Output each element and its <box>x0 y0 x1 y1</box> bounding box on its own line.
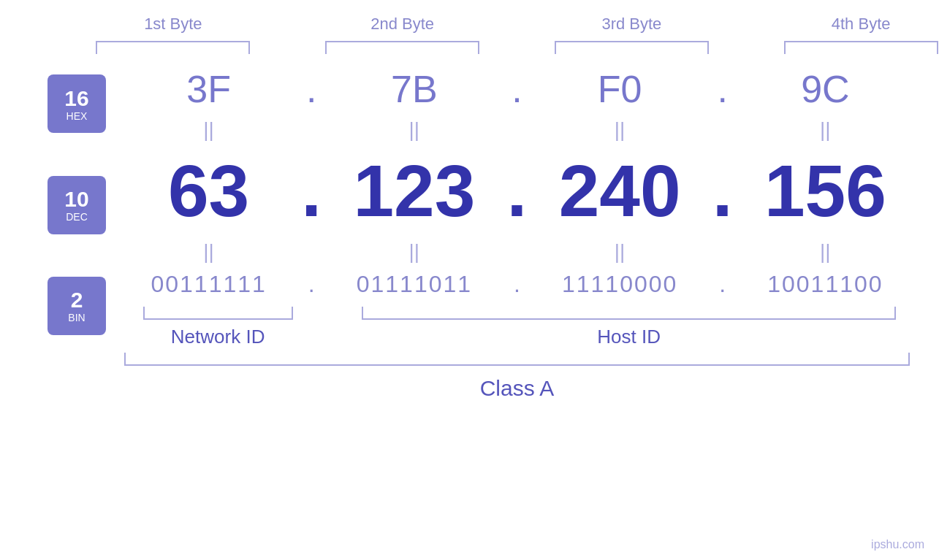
dec-badge: 10 DEC <box>47 176 106 234</box>
bin-b2: 01111011 <box>357 271 472 298</box>
byte3-col: 3rd Byte <box>536 15 729 54</box>
class-bracket <box>124 353 910 366</box>
bin-badge: 2 BIN <box>47 277 106 335</box>
dec-b1-cell: 63 <box>124 149 293 233</box>
dec-b1: 63 <box>168 149 249 233</box>
host-id-label: Host ID <box>597 326 661 348</box>
hex-dot3: . <box>704 67 741 111</box>
network-id-bracket <box>143 307 293 320</box>
dec-dot1: . <box>293 149 330 233</box>
bin-dot2: . <box>499 271 536 298</box>
host-id-section: Host ID <box>348 307 910 348</box>
hex-b3: F0 <box>598 67 642 111</box>
hex-b1-cell: 3F <box>124 67 293 111</box>
hex-badge-label: HEX <box>66 110 88 122</box>
byte2-label: 2nd Byte <box>370 15 434 34</box>
hex-b4: 9C <box>801 67 849 111</box>
class-section: Class A <box>29 353 910 401</box>
dec-b2-cell: 123 <box>330 149 498 233</box>
byte2-bracket-top <box>325 41 479 54</box>
hex-b2-cell: 7B <box>330 67 498 111</box>
bin-dot3: . <box>704 271 741 298</box>
bin-row: 00111111 . 01111011 . 11110000 . <box>124 265 910 304</box>
bin-badge-label: BIN <box>68 312 85 323</box>
byte3-label: 3rd Byte <box>601 15 661 34</box>
byte1-label: 1st Byte <box>144 15 202 34</box>
dec-badge-number: 10 <box>64 187 88 211</box>
byte4-label: 4th Byte <box>832 15 891 34</box>
bin-b4-cell: 10011100 <box>741 271 910 298</box>
dec-b3: 240 <box>559 149 681 233</box>
id-labels-area: Network ID Host ID <box>124 307 910 348</box>
bin-b3: 11110000 <box>562 271 677 298</box>
bin-b1-cell: 00111111 <box>124 271 293 298</box>
watermark: ipshu.com <box>871 538 924 551</box>
dec-b2: 123 <box>353 149 475 233</box>
bin-b1: 00111111 <box>151 271 266 298</box>
dec-b4-cell: 156 <box>741 149 910 233</box>
hex-dot2: . <box>499 67 536 111</box>
bin-badge-number: 2 <box>71 288 83 312</box>
host-id-bracket <box>362 307 895 320</box>
byte2-col: 2nd Byte <box>306 15 499 54</box>
byte1-bracket-top <box>96 41 250 54</box>
main-container: 1st Byte 2nd Byte 3rd Byte 4th Byte 16 H… <box>0 0 939 560</box>
hex-b4-cell: 9C <box>741 67 910 111</box>
hex-badge: 16 HEX <box>47 74 106 133</box>
network-id-section: Network ID <box>124 307 311 348</box>
hex-b3-cell: F0 <box>536 67 704 111</box>
bin-dot1: . <box>293 271 330 298</box>
byte-headers: 1st Byte 2nd Byte 3rd Byte 4th Byte <box>77 15 939 54</box>
hex-dot1: . <box>293 67 330 111</box>
main-data-area: 16 HEX 10 DEC 2 BIN 3F . <box>29 61 910 348</box>
network-id-label: Network ID <box>171 326 265 348</box>
dec-badge-label: DEC <box>66 211 88 223</box>
badges-column: 16 HEX 10 DEC 2 BIN <box>29 61 124 348</box>
byte4-bracket-top <box>784 41 938 54</box>
eq-row-2: || || || || <box>124 239 910 265</box>
class-label: Class A <box>480 376 555 401</box>
bin-b2-cell: 01111011 <box>330 271 498 298</box>
hex-b1: 3F <box>186 67 231 111</box>
data-rows: 3F . 7B . F0 . 9C <box>124 61 910 348</box>
byte3-bracket-top <box>555 41 709 54</box>
hex-b2: 7B <box>391 67 438 111</box>
dec-b3-cell: 240 <box>536 149 704 233</box>
dec-b4: 156 <box>764 149 886 233</box>
eq-row-1: || || || || <box>124 117 910 143</box>
bin-b4: 10011100 <box>767 271 883 298</box>
class-label-wrapper: Class A <box>124 372 910 401</box>
dec-dot3: . <box>704 149 741 233</box>
byte1-col: 1st Byte <box>77 15 270 54</box>
dec-row: 63 . 123 . 240 . 156 <box>124 143 910 239</box>
dec-dot2: . <box>499 149 536 233</box>
hex-badge-number: 16 <box>64 86 88 110</box>
byte4-col: 4th Byte <box>764 15 939 54</box>
bin-b3-cell: 11110000 <box>536 271 704 298</box>
hex-row: 3F . 7B . F0 . 9C <box>124 61 910 117</box>
